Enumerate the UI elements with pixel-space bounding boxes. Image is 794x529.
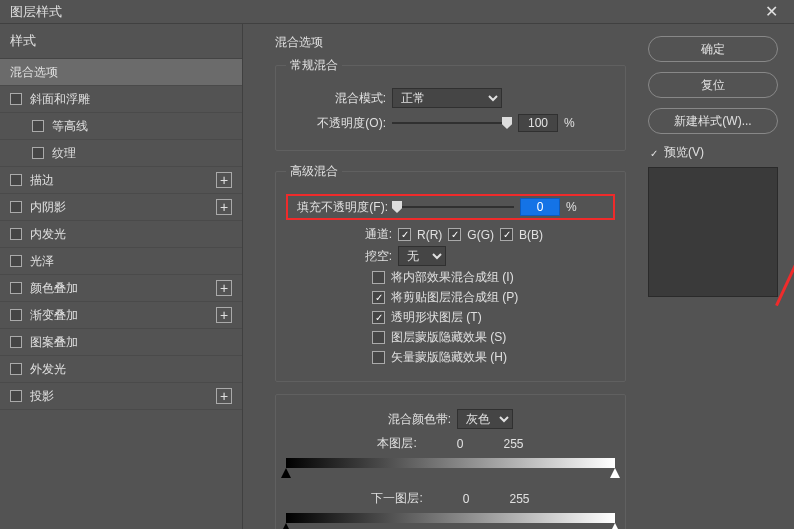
sidebar-item-9[interactable]: 渐变叠加+ [0,302,242,329]
sidebar-checkbox[interactable] [10,309,22,321]
sidebar-item-4[interactable]: 描边+ [0,167,242,194]
this-layer-high: 255 [504,437,524,451]
channel-r-checkbox[interactable] [398,228,411,241]
adv-opt-checkbox[interactable] [372,291,385,304]
blendif-group: 混合颜色带: 灰色 本图层: 0 255 下一图层: 0 255 [275,394,626,529]
channel-r-label: R(R) [417,228,442,242]
sidebar-checkbox[interactable] [10,282,22,294]
under-layer-low: 0 [463,492,470,506]
sidebar-checkbox[interactable] [32,120,44,132]
cancel-button[interactable]: 复位 [648,72,778,98]
sidebar-checkbox[interactable] [10,255,22,267]
sidebar-item-label: 内阴影 [30,199,66,216]
adv-opt-label: 矢量蒙版隐藏效果 (H) [391,349,507,366]
blend-mode-select[interactable]: 正常 [392,88,502,108]
sidebar-item-label: 内发光 [30,226,66,243]
sidebar-item-label: 等高线 [52,118,88,135]
sidebar-item-8[interactable]: 颜色叠加+ [0,275,242,302]
plus-icon[interactable]: + [216,172,232,188]
under-layer-gradient[interactable] [286,513,615,529]
sidebar-item-6[interactable]: 内发光 [0,221,242,248]
blendif-label: 混合颜色带: [388,411,451,428]
adv-opt-checkbox[interactable] [372,311,385,324]
fill-opacity-pct: % [566,200,580,214]
sidebar-item-label: 描边 [30,172,54,189]
channel-g-checkbox[interactable] [448,228,461,241]
plus-icon[interactable]: + [216,199,232,215]
this-layer-label: 本图层: [377,435,416,452]
panel-title: 混合选项 [275,34,626,51]
sidebar-item-12[interactable]: 投影+ [0,383,242,410]
sidebar-item-7[interactable]: 光泽 [0,248,242,275]
sidebar-item-label: 图案叠加 [30,334,78,351]
adv-opt-label: 透明形状图层 (T) [391,309,482,326]
under-layer-label: 下一图层: [371,490,422,507]
sidebar-item-label: 混合选项 [10,64,58,81]
sidebar-item-label: 纹理 [52,145,76,162]
opacity-slider[interactable] [392,116,512,130]
sidebar-item-label: 投影 [30,388,54,405]
sidebar-item-3[interactable]: 纹理 [0,140,242,167]
sidebar-item-label: 渐变叠加 [30,307,78,324]
adv-opt-0: 将内部效果混合成组 (I) [372,269,615,286]
channel-b-label: B(B) [519,228,543,242]
adv-opt-checkbox[interactable] [372,331,385,344]
sidebar-item-5[interactable]: 内阴影+ [0,194,242,221]
adv-opt-label: 将剪贴图层混合成组 (P) [391,289,518,306]
new-style-button[interactable]: 新建样式(W)... [648,108,778,134]
plus-icon[interactable]: + [216,388,232,404]
preview-swatch [648,167,778,297]
sidebar-item-label: 斜面和浮雕 [30,91,90,108]
adv-opt-label: 图层蒙版隐藏效果 (S) [391,329,506,346]
preview-label: 预览(V) [664,144,704,161]
channels-label: 通道: [322,226,392,243]
sidebar-checkbox[interactable] [10,228,22,240]
adv-opt-checkbox[interactable] [372,351,385,364]
knockout-label: 挖空: [322,248,392,265]
opacity-label: 不透明度(O): [286,115,386,132]
adv-opt-3: 图层蒙版隐藏效果 (S) [372,329,615,346]
sidebar-item-label: 颜色叠加 [30,280,78,297]
this-layer-gradient[interactable] [286,458,615,478]
general-legend: 常规混合 [286,57,342,74]
sidebar-item-11[interactable]: 外发光 [0,356,242,383]
style-list: 混合选项斜面和浮雕等高线纹理描边+内阴影+内发光光泽颜色叠加+渐变叠加+图案叠加… [0,59,242,529]
sidebar-item-0[interactable]: 混合选项 [0,59,242,86]
this-layer-low: 0 [457,437,464,451]
adv-opt-checkbox[interactable] [372,271,385,284]
sidebar-checkbox[interactable] [10,390,22,402]
under-layer-high: 255 [510,492,530,506]
fill-opacity-input[interactable] [520,198,560,216]
sidebar-header: 样式 [0,24,242,59]
sidebar-checkbox[interactable] [10,336,22,348]
sidebar-item-10[interactable]: 图案叠加 [0,329,242,356]
sidebar-checkbox[interactable] [10,93,22,105]
opacity-input[interactable] [518,114,558,132]
preview-checkbox[interactable] [650,146,658,160]
advanced-legend: 高级混合 [286,163,342,180]
close-icon[interactable]: ✕ [759,0,784,23]
plus-icon[interactable]: + [216,280,232,296]
channel-g-label: G(G) [467,228,494,242]
adv-opt-label: 将内部效果混合成组 (I) [391,269,514,286]
sidebar-checkbox[interactable] [10,363,22,375]
sidebar-checkbox[interactable] [32,147,44,159]
sidebar-item-label: 光泽 [30,253,54,270]
adv-opt-2: 透明形状图层 (T) [372,309,615,326]
fill-opacity-label: 填充不透明度(F): [292,199,388,216]
sidebar-item-1[interactable]: 斜面和浮雕 [0,86,242,113]
ok-button[interactable]: 确定 [648,36,778,62]
sidebar-checkbox[interactable] [10,174,22,186]
channel-b-checkbox[interactable] [500,228,513,241]
knockout-select[interactable]: 无 [398,246,446,266]
opacity-pct: % [564,116,578,130]
advanced-blend-group: 高级混合 填充不透明度(F): % 通道: R(R) G(G) B(B) 挖空:… [275,163,626,382]
sidebar-checkbox[interactable] [10,201,22,213]
fill-opacity-slider[interactable] [394,200,514,214]
dialog-title: 图层样式 [10,3,759,21]
sidebar-item-label: 外发光 [30,361,66,378]
blendif-select[interactable]: 灰色 [457,409,513,429]
sidebar-item-2[interactable]: 等高线 [0,113,242,140]
plus-icon[interactable]: + [216,307,232,323]
adv-opt-1: 将剪贴图层混合成组 (P) [372,289,615,306]
